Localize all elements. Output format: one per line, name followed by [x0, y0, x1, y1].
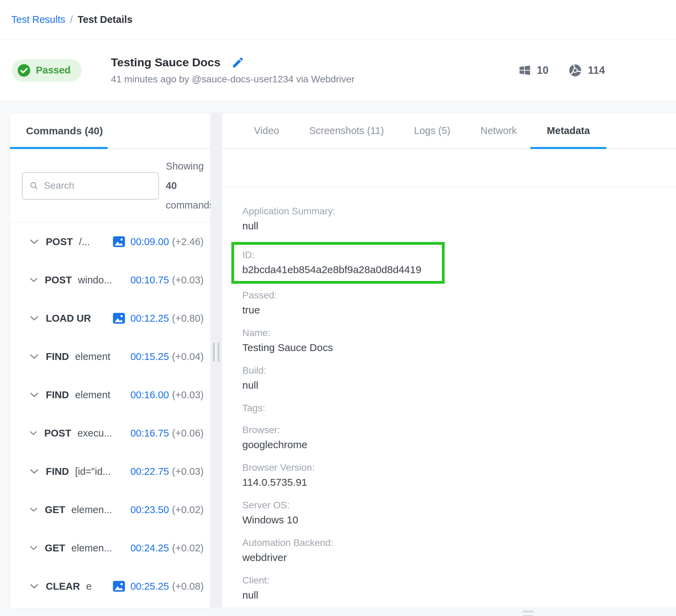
metadata-value: webdriver: [242, 550, 676, 565]
command-name: FIND: [46, 389, 69, 401]
command-delta: (+2.46): [172, 236, 204, 247]
command-row[interactable]: GET elemen... 00:23.50(+0.02): [10, 491, 211, 529]
screenshot-icon[interactable]: [112, 579, 126, 593]
command-delta: (+0.03): [172, 274, 204, 286]
command-param: [id="id...: [75, 466, 111, 477]
command-row[interactable]: FIND element 00:16.00(+0.03): [10, 376, 211, 414]
drag-handle-icon[interactable]: [522, 611, 534, 616]
tab-commands[interactable]: Commands (40): [26, 125, 103, 137]
command-row[interactable]: GET elemen... 00:24.25(+0.02): [10, 529, 211, 567]
metadata-value: 114.0.5735.91: [242, 474, 676, 490]
command-time: 00:15.25: [130, 351, 169, 362]
metadata-value: Windows 10: [242, 512, 676, 528]
command-param: elemen...: [71, 504, 112, 515]
tab-network[interactable]: Network: [481, 113, 517, 148]
command-param: element: [75, 389, 110, 401]
metadata-field: Browser Version: 114.0.5735.91: [242, 461, 676, 490]
command-name: POST: [44, 428, 71, 439]
metadata-field: Client: null: [242, 574, 676, 603]
status-badge: Passed: [12, 59, 82, 82]
command-time: 00:22.75: [130, 466, 169, 477]
detail-panel: Video Screenshots (11) Logs (5) Network …: [221, 113, 676, 608]
command-name: POST: [46, 236, 73, 247]
environment-summary: 10 114: [518, 64, 676, 77]
showing-prefix: Showing: [166, 157, 211, 176]
commands-search-row: Showing 40 commands: [10, 149, 211, 223]
id-highlight-box: ID: b2bcda41eb854a2e8bf9a28a0d8d4419: [231, 242, 445, 284]
breadcrumb: Test Results / Test Details: [0, 0, 676, 39]
metadata-value: Testing Sauce Docs: [242, 340, 676, 356]
command-row[interactable]: POST /... 00:09.00(+2.46): [10, 223, 211, 261]
metadata-value: true: [242, 302, 676, 318]
windows-icon: [518, 64, 531, 77]
chevron-down-icon[interactable]: [29, 581, 40, 592]
edit-pencil-icon[interactable]: [231, 56, 244, 69]
chevron-down-icon[interactable]: [29, 543, 39, 553]
command-row[interactable]: FIND [id="id... 00:22.75(+0.03): [10, 452, 211, 491]
tab-screenshots[interactable]: Screenshots (11): [309, 113, 384, 148]
command-delta: (+0.04): [172, 351, 204, 362]
command-delta: (+0.02): [172, 504, 204, 515]
chevron-down-icon[interactable]: [29, 351, 40, 362]
metadata-label: Client:: [242, 574, 676, 587]
metadata-label: Automation Backend:: [242, 536, 676, 550]
command-row[interactable]: LOAD UR 00:12.25(+0.80): [10, 299, 211, 337]
screenshot-icon[interactable]: [112, 311, 126, 325]
metadata-section: Application Summary: null ID: b2bcda41eb…: [222, 187, 676, 603]
chevron-down-icon[interactable]: [29, 428, 38, 439]
metadata-field: ID: b2bcda41eb854a2e8bf9a28a0d8d4419: [242, 248, 434, 278]
metadata-label: Application Summary:: [242, 204, 676, 218]
screenshot-icon[interactable]: [112, 235, 126, 249]
check-circle-icon: [17, 64, 31, 77]
tab-metadata[interactable]: Metadata: [547, 113, 590, 148]
metadata-field: Browser: googlechrome: [242, 423, 676, 453]
command-name: FIND: [46, 466, 69, 477]
os-version: 10: [537, 64, 549, 77]
command-row[interactable]: FIND element 00:15.25(+0.04): [10, 337, 211, 376]
breadcrumb-current: Test Details: [78, 14, 133, 25]
command-param: execu...: [77, 428, 112, 439]
command-name: CLEAR: [46, 581, 80, 592]
command-row[interactable]: POST execu... 00:16.75(+0.06): [10, 414, 211, 452]
chevron-down-icon[interactable]: [29, 504, 39, 515]
command-time: 00:12.25: [130, 313, 169, 324]
command-name: LOAD UR: [46, 313, 91, 324]
command-delta: (+0.06): [172, 428, 204, 439]
os-env-item: 10: [518, 64, 549, 77]
breadcrumb-test-results-link[interactable]: Test Results: [11, 14, 65, 25]
metadata-label: Browser Version:: [242, 461, 676, 474]
search-icon: [29, 180, 38, 191]
command-name: POST: [45, 274, 72, 286]
test-header: Passed Testing Sauce Docs 41 minutes ago…: [0, 40, 676, 101]
chevron-down-icon[interactable]: [29, 274, 39, 285]
page-title: Testing Sauce Docs: [111, 56, 221, 69]
command-time: 00:23.50: [130, 504, 169, 515]
metadata-label: ID:: [242, 248, 434, 262]
showing-count-number: 40: [166, 176, 211, 196]
metadata-field: Name: Testing Sauce Docs: [242, 326, 676, 356]
command-param: elemen...: [71, 543, 112, 554]
command-delta: (+0.03): [172, 466, 204, 477]
resize-handle-icon[interactable]: [213, 343, 219, 362]
status-badge-label: Passed: [36, 65, 71, 76]
panel-resize-gutter[interactable]: [211, 113, 221, 608]
tab-video[interactable]: Video: [254, 113, 279, 148]
tab-logs[interactable]: Logs (5): [414, 113, 450, 148]
command-row[interactable]: POST windo... 00:10.75(+0.03): [10, 261, 211, 299]
search-input[interactable]: [44, 180, 151, 191]
showing-suffix: commands: [166, 196, 211, 215]
search-box[interactable]: [22, 172, 159, 200]
command-row[interactable]: CLEAR e 00:25.25(+0.08): [10, 567, 211, 605]
metadata-label: Server OS:: [242, 498, 676, 512]
command-param: e: [86, 581, 92, 592]
test-subtitle: 41 minutes ago by @sauce-docs-user1234 v…: [111, 74, 355, 85]
chevron-down-icon[interactable]: [29, 466, 40, 477]
chevron-down-icon[interactable]: [29, 236, 40, 247]
chevron-down-icon[interactable]: [29, 389, 40, 400]
command-time: 00:16.75: [130, 428, 169, 439]
metadata-field: Passed: true: [242, 289, 676, 318]
command-time: 00:16.00: [130, 389, 169, 401]
metadata-value: b2bcda41eb854a2e8bf9a28a0d8d4419: [242, 262, 434, 278]
chrome-icon: [568, 64, 582, 77]
chevron-down-icon[interactable]: [29, 313, 40, 324]
